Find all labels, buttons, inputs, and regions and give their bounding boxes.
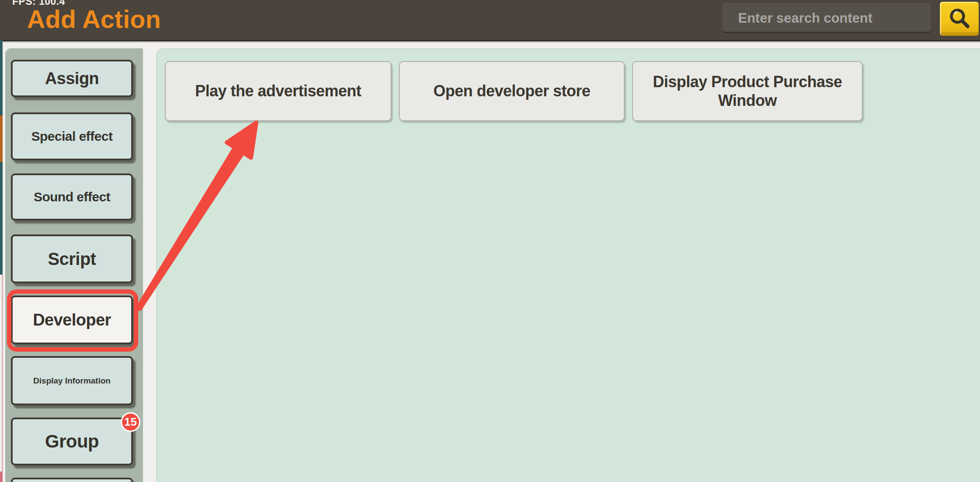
sidebar-item-assign[interactable]: Assign xyxy=(11,60,133,97)
action-label: Open developer store xyxy=(433,81,590,100)
sidebar-item-label: Developer xyxy=(33,311,111,329)
action-list-panel: Play the advertisement Open developer st… xyxy=(156,48,980,482)
search-input[interactable] xyxy=(722,3,931,33)
group-count-badge: 15 xyxy=(121,412,140,432)
action-label: Play the advertisement xyxy=(195,81,361,100)
sidebar-item-sound-effect[interactable]: Sound effect xyxy=(11,173,133,221)
sidebar-item-label: Script xyxy=(48,249,96,269)
add-action-window: FPS: 100.4 Add Action Assign Special eff… xyxy=(0,0,980,482)
sidebar-item-label: Special effect xyxy=(31,129,112,144)
category-sidebar: Assign Special effect Sound effect Scrip… xyxy=(5,48,143,482)
action-play-the-advertisement[interactable]: Play the advertisement xyxy=(165,61,391,121)
page-title: Add Action xyxy=(27,2,161,37)
sidebar-item-script[interactable]: Script xyxy=(11,234,133,283)
search-button[interactable] xyxy=(940,2,979,36)
background-strip-pink-line xyxy=(2,275,3,472)
sidebar-item-special-effect[interactable]: Special effect xyxy=(11,112,133,160)
action-label: Display Product Purchase Window xyxy=(641,72,854,110)
background-strip-pink-bottom xyxy=(0,472,3,482)
sidebar-item-label: Display Information xyxy=(33,376,110,386)
sidebar-item-label: Group xyxy=(45,431,99,452)
sidebar-item-developer[interactable]: Developer xyxy=(11,295,133,344)
sidebar-item-partial-bottom[interactable] xyxy=(11,478,133,482)
action-open-developer-store[interactable]: Open developer store xyxy=(399,61,625,121)
background-strip-teal-top xyxy=(0,40,3,115)
magnifier-icon xyxy=(947,7,972,31)
header-bar: FPS: 100.4 Add Action xyxy=(0,0,980,40)
background-strip-orange xyxy=(0,115,3,162)
sidebar-item-label: Assign xyxy=(45,69,99,88)
action-display-product-purchase-window[interactable]: Display Product Purchase Window xyxy=(632,61,863,121)
sidebar-item-display-information[interactable]: Display Information xyxy=(11,356,133,405)
sidebar-item-group[interactable]: Group xyxy=(11,418,133,465)
background-strip-teal-lower xyxy=(0,162,3,275)
sidebar-item-label: Sound effect xyxy=(34,190,110,204)
